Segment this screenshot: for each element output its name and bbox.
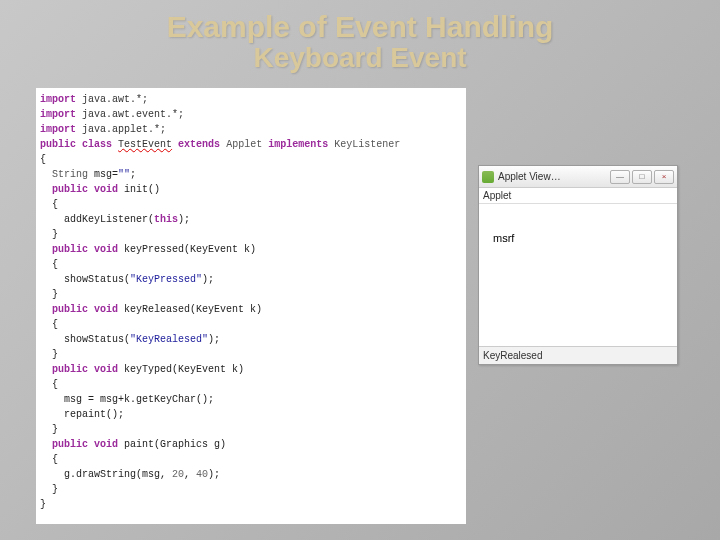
- kw-void: void: [94, 364, 118, 375]
- num: 40: [196, 469, 208, 480]
- brace: {: [52, 319, 58, 330]
- window-titlebar[interactable]: Applet View… — □ ×: [479, 166, 677, 188]
- kw-extends: extends: [178, 139, 220, 150]
- type-applet: Applet: [226, 139, 262, 150]
- kw-public: public: [52, 364, 88, 375]
- class-name: TestEvent: [118, 139, 172, 150]
- applet-canvas[interactable]: msrf: [479, 204, 677, 346]
- num: 20: [172, 469, 184, 480]
- maximize-button[interactable]: □: [632, 170, 652, 184]
- canvas-msg-text: msrf: [493, 232, 514, 244]
- method-keyreleased: keyReleased(KeyEvent k): [118, 304, 262, 315]
- close-button[interactable]: ×: [654, 170, 674, 184]
- code-panel: import java.awt.*; import java.awt.event…: [36, 88, 466, 524]
- kw-import: import: [40, 94, 76, 105]
- stmt: showStatus(: [64, 334, 130, 345]
- method-paint: paint(Graphics g): [118, 439, 226, 450]
- menubar: Applet: [479, 188, 677, 204]
- stmt: repaint();: [64, 409, 124, 420]
- brace: }: [40, 499, 46, 510]
- closep: );: [208, 334, 220, 345]
- kw-void: void: [94, 184, 118, 195]
- kw-class: class: [82, 139, 112, 150]
- method-keypressed: keyPressed(KeyEvent k): [118, 244, 256, 255]
- string-lit: "": [118, 169, 130, 180]
- brace: }: [52, 289, 58, 300]
- kw-public: public: [52, 439, 88, 450]
- kw-import: import: [40, 109, 76, 120]
- string-lit: "KeyPressed": [130, 274, 202, 285]
- window-title: Applet View…: [498, 171, 610, 182]
- endp: );: [208, 469, 220, 480]
- kw-implements: implements: [268, 139, 328, 150]
- kw-void: void: [94, 439, 118, 450]
- kw-public: public: [52, 184, 88, 195]
- menu-applet[interactable]: Applet: [483, 190, 511, 201]
- stmt: addKeyListener(: [64, 214, 154, 225]
- status-text: KeyRealesed: [483, 350, 542, 361]
- brace: {: [52, 454, 58, 465]
- java-icon: [482, 171, 494, 183]
- field: msg=: [88, 169, 118, 180]
- closep: );: [202, 274, 214, 285]
- stmt: msg = msg+k.getKeyChar();: [64, 394, 214, 405]
- kw-void: void: [94, 244, 118, 255]
- title-line-1: Example of Event Handling: [167, 10, 554, 43]
- kw-void: void: [94, 304, 118, 315]
- type-keylistener: KeyListener: [334, 139, 400, 150]
- applet-viewer-window: Applet View… — □ × Applet msrf KeyReales…: [478, 165, 678, 365]
- brace: {: [40, 154, 46, 165]
- stmt: g.drawString(msg,: [64, 469, 172, 480]
- window-buttons: — □ ×: [610, 170, 674, 184]
- brace: {: [52, 199, 58, 210]
- string-lit: "KeyRealesed": [130, 334, 208, 345]
- brace: }: [52, 484, 58, 495]
- kw-this: this: [154, 214, 178, 225]
- kw-public: public: [40, 139, 76, 150]
- kw-public: public: [52, 244, 88, 255]
- stmt: showStatus(: [64, 274, 130, 285]
- brace: }: [52, 349, 58, 360]
- pkg: java.applet.*;: [76, 124, 166, 135]
- comma: ,: [184, 469, 196, 480]
- slide-title: Example of Event Handling Keyboard Event: [0, 0, 720, 74]
- brace: }: [52, 424, 58, 435]
- brace: }: [52, 229, 58, 240]
- kw-import: import: [40, 124, 76, 135]
- closep: );: [178, 214, 190, 225]
- type-string: String: [52, 169, 88, 180]
- pkg: java.awt.*;: [76, 94, 148, 105]
- method-keytyped: keyTyped(KeyEvent k): [118, 364, 244, 375]
- pkg: java.awt.event.*;: [76, 109, 184, 120]
- kw-public: public: [52, 304, 88, 315]
- brace: {: [52, 259, 58, 270]
- brace: {: [52, 379, 58, 390]
- status-bar: KeyRealesed: [479, 346, 677, 364]
- title-line-2: Keyboard Event: [0, 43, 720, 74]
- minimize-button[interactable]: —: [610, 170, 630, 184]
- semi: ;: [130, 169, 136, 180]
- method-init: init(): [118, 184, 160, 195]
